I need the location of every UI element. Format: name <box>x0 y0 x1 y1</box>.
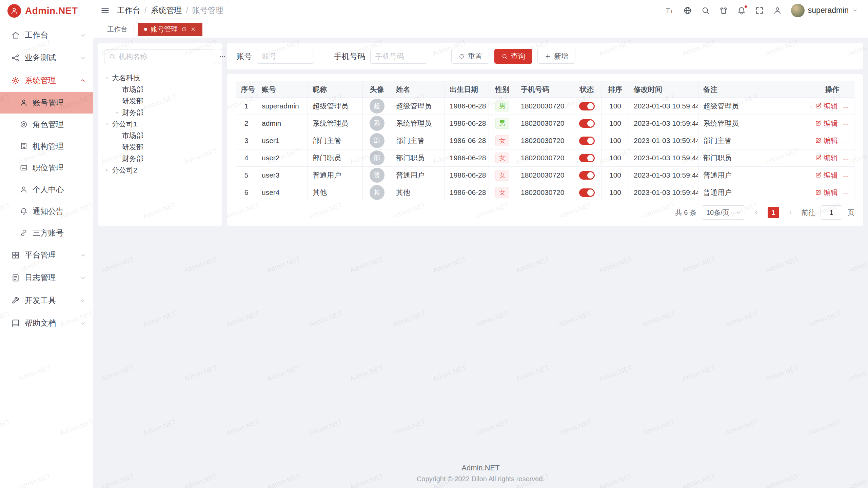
tree-node[interactable]: 财务部 <box>104 153 216 164</box>
cell-birth: 1986-06-28 <box>445 115 489 132</box>
org-more-button[interactable] <box>219 49 226 64</box>
theme-icon[interactable] <box>719 6 728 15</box>
breadcrumb-item[interactable]: 账号管理 <box>192 5 223 16</box>
tree-node[interactable]: 市场部 <box>104 130 216 141</box>
cell-index-value: 6 <box>244 188 249 196</box>
cell-actions: 编辑 <box>810 167 854 184</box>
tree-node[interactable]: 研发部 <box>104 141 216 153</box>
edit-button[interactable]: 编辑 <box>815 136 838 145</box>
sidebar-item-personal-center[interactable]: 个人中心 <box>0 179 93 200</box>
notification-bell-icon[interactable] <box>737 6 746 15</box>
status-toggle[interactable] <box>579 137 595 145</box>
sidebar-item-system-management[interactable]: 系统管理 <box>0 69 93 92</box>
font-size-icon[interactable]: TT <box>665 6 674 15</box>
cell-order: 100 <box>602 149 629 167</box>
cell-phone: 18020030720 <box>516 98 572 115</box>
caret-right-icon[interactable] <box>104 168 110 173</box>
page-number-button[interactable]: 1 <box>768 207 779 218</box>
edit-button[interactable]: 编辑 <box>815 188 838 197</box>
cell-account: user4 <box>257 184 308 201</box>
sidebar-item-workbench[interactable]: 工作台 <box>0 24 93 46</box>
cell-order-value: 100 <box>609 102 621 110</box>
sidebar-item-log-management[interactable]: 日志管理 <box>0 266 93 289</box>
phone-input[interactable] <box>370 49 427 64</box>
tab-refresh-icon[interactable] <box>181 26 187 32</box>
sidebar-item-org-management[interactable]: 机构管理 <box>0 135 93 157</box>
tree-node[interactable]: 财务部 <box>104 107 216 118</box>
tree-node[interactable]: 分公司2 <box>104 164 216 176</box>
language-icon[interactable] <box>683 6 692 15</box>
edit-button[interactable]: 编辑 <box>815 119 838 128</box>
tool-icon <box>11 296 20 305</box>
gender-badge: 女 <box>495 170 509 181</box>
cell-index-value: 1 <box>244 102 249 110</box>
row-more-button[interactable] <box>843 156 849 163</box>
tree-node[interactable]: 分公司1 <box>104 118 216 130</box>
caret-right-icon[interactable] <box>114 110 120 115</box>
cell-gender: 女 <box>489 167 516 184</box>
edit-button-label: 编辑 <box>824 153 838 163</box>
sidebar-item-dev-tools[interactable]: 开发工具 <box>0 289 93 312</box>
row-more-button[interactable] <box>843 121 849 128</box>
status-toggle[interactable] <box>579 154 595 162</box>
tree-node-label: 分公司2 <box>112 165 137 175</box>
sidebar-item-help-docs[interactable]: 帮助文档 <box>0 312 93 334</box>
chevron-down-icon <box>79 32 86 39</box>
tab-workbench[interactable]: 工作台 <box>101 23 134 36</box>
tab-account-management[interactable]: 账号管理 <box>138 23 202 36</box>
cell-index-value: 4 <box>244 154 249 162</box>
edit-button[interactable]: 编辑 <box>815 153 838 163</box>
tree-node[interactable]: 大名科技 <box>104 72 216 84</box>
fullscreen-icon[interactable] <box>755 6 764 15</box>
cell-order: 100 <box>602 132 629 149</box>
status-toggle[interactable] <box>579 171 595 180</box>
next-page-button[interactable] <box>785 207 796 218</box>
sidebar-item-platform-management[interactable]: 平台管理 <box>0 244 93 266</box>
breadcrumb: 工作台/系统管理/账号管理 <box>117 5 223 16</box>
row-more-button[interactable] <box>843 104 849 111</box>
cell-phone-value: 18020030720 <box>521 188 564 196</box>
org-search-input[interactable] <box>119 53 211 61</box>
prev-page-button[interactable] <box>751 207 762 218</box>
status-toggle[interactable] <box>579 188 595 197</box>
status-toggle[interactable] <box>579 102 595 110</box>
share-icon <box>11 54 20 62</box>
sidebar-item-business-test[interactable]: 业务测试 <box>0 46 93 69</box>
breadcrumb-item[interactable]: 系统管理 <box>151 5 182 16</box>
table-row: 5user3普通用户普普通用户1986-06-28女18020030720100… <box>236 167 854 184</box>
cell-birth-value: 1986-06-28 <box>450 154 486 162</box>
row-avatar: 部 <box>370 150 384 165</box>
row-more-button[interactable] <box>843 139 849 145</box>
row-more-button[interactable] <box>843 173 849 180</box>
goto-page-input[interactable] <box>821 205 842 220</box>
profile-icon[interactable] <box>773 6 782 15</box>
edit-button[interactable]: 编辑 <box>815 101 838 111</box>
caret-down-icon[interactable] <box>104 122 110 127</box>
tree-node[interactable]: 市场部 <box>104 84 216 95</box>
caret-down-icon[interactable] <box>104 76 110 81</box>
topbar-actions: TT superadmin <box>665 4 858 17</box>
breadcrumb-item[interactable]: 工作台 <box>117 5 140 16</box>
edit-button[interactable]: 编辑 <box>815 170 838 180</box>
row-more-button[interactable] <box>843 190 849 197</box>
tree-node-label: 分公司1 <box>112 119 137 129</box>
search-icon[interactable] <box>701 6 710 15</box>
tree-node[interactable]: 研发部 <box>104 95 216 107</box>
tab-close-icon[interactable] <box>190 26 196 32</box>
add-button[interactable]: 新增 <box>537 49 575 64</box>
sidebar-item-role-management[interactable]: 角色管理 <box>0 114 93 135</box>
edit-button-label: 编辑 <box>824 119 838 128</box>
phone-label: 手机号码 <box>334 51 365 62</box>
reset-button[interactable]: 重置 <box>451 49 489 64</box>
sidebar-item-third-party-account[interactable]: 三方账号 <box>0 222 93 244</box>
page-size-select[interactable]: 10条/页 <box>702 205 745 220</box>
user-menu[interactable]: superadmin <box>791 4 858 17</box>
account-input[interactable] <box>257 49 314 64</box>
status-toggle[interactable] <box>579 119 595 128</box>
search-button[interactable]: 查询 <box>494 49 532 64</box>
sidebar-item-position-management[interactable]: 职位管理 <box>0 157 93 179</box>
sidebar-item-account-management[interactable]: 账号管理 <box>0 92 93 114</box>
hamburger-menu-icon[interactable] <box>101 6 110 15</box>
sidebar-item-notice[interactable]: 通知公告 <box>0 200 93 222</box>
column-header: 头像 <box>363 81 391 98</box>
